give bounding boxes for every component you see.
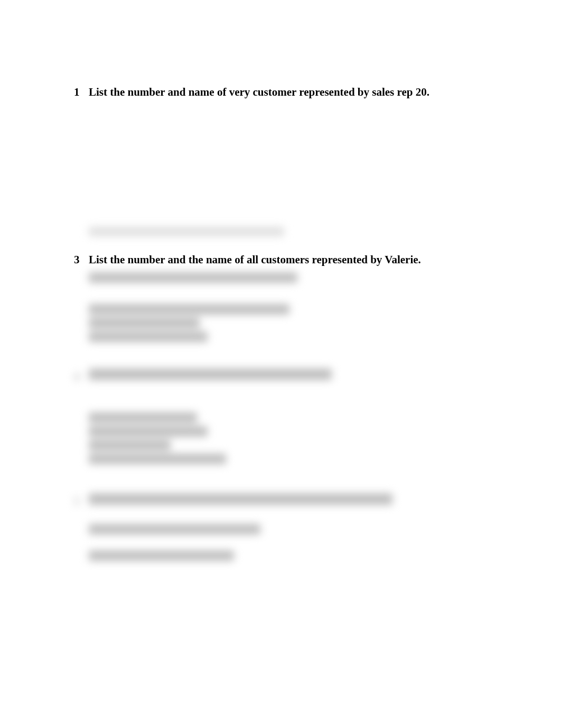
blurred-content bbox=[89, 412, 492, 464]
question-1-number: 1 bbox=[74, 86, 89, 99]
blurred-content bbox=[89, 272, 492, 283]
question-1-text: List the number and name of very custome… bbox=[89, 85, 429, 100]
question-3-text: List the number and the name of all cust… bbox=[89, 252, 421, 268]
blurred-content bbox=[89, 524, 492, 535]
question-3: 3 List the number and the name of all cu… bbox=[74, 252, 492, 268]
blurred-content bbox=[89, 304, 492, 342]
blurred-content bbox=[89, 550, 492, 561]
question-1: 1 List the number and name of very custo… bbox=[74, 85, 492, 100]
document-page: 1 List the number and name of very custo… bbox=[0, 0, 561, 617]
question-3-number: 3 bbox=[74, 253, 89, 266]
blurred-question-4: 4 bbox=[74, 368, 492, 383]
blurred-question-5: 5 bbox=[74, 493, 492, 508]
blurred-content bbox=[89, 227, 284, 236]
